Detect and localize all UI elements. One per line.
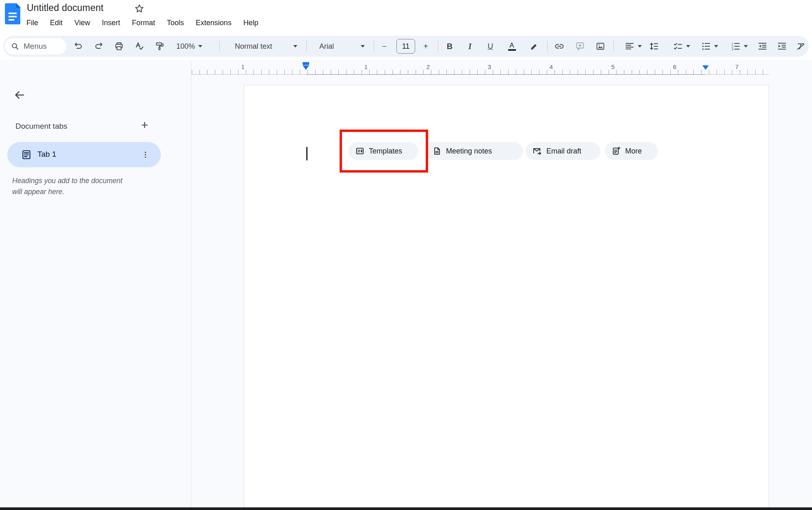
add-comment-button[interactable] xyxy=(572,38,588,54)
chevron-down-icon xyxy=(686,45,690,48)
ruler-number: 1 xyxy=(364,63,368,70)
chevron-down-icon xyxy=(198,45,202,48)
checklist-button[interactable] xyxy=(669,38,695,54)
google-docs-logo-icon[interactable] xyxy=(5,3,20,24)
print-button[interactable] xyxy=(111,38,127,54)
clear-formatting-button[interactable] xyxy=(793,38,809,54)
meeting-notes-chip[interactable]: Meeting notes xyxy=(426,142,523,160)
divider xyxy=(374,41,374,52)
email-draft-chip[interactable]: Email draft xyxy=(526,142,600,160)
zoom-value: 100% xyxy=(176,42,195,51)
highlight-color-button[interactable] xyxy=(526,38,542,54)
chevron-down-icon xyxy=(744,45,748,48)
increase-font-size-button[interactable]: + xyxy=(418,38,434,54)
highlighter-icon xyxy=(529,41,539,51)
menu-help[interactable]: Help xyxy=(243,18,259,28)
insert-link-button[interactable] xyxy=(551,38,567,54)
meeting-notes-icon xyxy=(433,147,442,156)
text-color-button[interactable]: A xyxy=(504,38,520,54)
line-spacing-icon xyxy=(649,41,659,51)
ruler-number: 6 xyxy=(673,63,676,70)
style-value: Normal text xyxy=(235,42,272,51)
more-templates-icon xyxy=(612,147,621,156)
menu-extensions[interactable]: Extensions xyxy=(195,18,232,28)
paint-format-icon xyxy=(155,41,165,51)
highlight-annotation-box xyxy=(340,130,428,173)
italic-button[interactable]: I xyxy=(462,38,478,54)
print-icon xyxy=(114,41,124,51)
clear-formatting-icon xyxy=(796,41,806,51)
increase-indent-button[interactable] xyxy=(774,38,790,54)
menu-file[interactable]: File xyxy=(26,18,39,28)
spellcheck-button[interactable] xyxy=(131,38,147,54)
svg-text:3: 3 xyxy=(732,48,733,51)
sidebar-item-tab1[interactable]: Tab 1 xyxy=(7,142,161,167)
add-tab-button[interactable]: + xyxy=(137,118,152,132)
ruler-number: 5 xyxy=(611,63,615,70)
left-indent-marker[interactable] xyxy=(303,65,309,70)
bold-button[interactable]: B xyxy=(442,38,458,54)
chevron-down-icon xyxy=(714,45,718,48)
toolbar: Menus 100% Normal text Arial xyxy=(3,36,809,57)
menus-search-button[interactable]: Menus xyxy=(5,38,67,54)
chevron-down-icon xyxy=(638,45,642,48)
bulleted-list-button[interactable] xyxy=(697,38,722,54)
zoom-select[interactable]: 100% xyxy=(172,38,218,54)
align-left-icon xyxy=(625,41,634,51)
text-color-icon: A xyxy=(509,42,514,49)
menu-view[interactable]: View xyxy=(74,18,91,28)
menu-tools[interactable]: Tools xyxy=(167,18,184,28)
star-icon[interactable] xyxy=(134,3,145,14)
divider xyxy=(438,41,438,52)
paint-format-button[interactable] xyxy=(152,38,168,54)
tab-document-icon xyxy=(21,149,32,160)
minus-icon: − xyxy=(382,42,387,51)
font-size-input[interactable]: 11 xyxy=(396,39,415,54)
spellcheck-icon xyxy=(134,41,144,51)
italic-icon: I xyxy=(468,42,472,51)
first-line-indent-marker[interactable] xyxy=(303,62,309,65)
add-comment-icon xyxy=(575,41,585,51)
document-title[interactable]: Untitled document xyxy=(27,2,104,13)
menu-insert[interactable]: Insert xyxy=(102,18,121,28)
underline-button[interactable]: U xyxy=(482,38,498,54)
decrease-font-size-button[interactable]: − xyxy=(376,38,392,54)
text-cursor xyxy=(306,147,307,160)
ruler[interactable] xyxy=(192,70,769,74)
undo-button[interactable] xyxy=(70,38,87,54)
insert-image-button[interactable] xyxy=(592,38,608,54)
tab-label: Tab 1 xyxy=(37,150,56,159)
checklist-icon xyxy=(673,41,683,51)
image-icon xyxy=(595,41,605,51)
chevron-down-icon xyxy=(361,45,365,48)
ruler-number: 1 xyxy=(241,63,245,70)
right-indent-marker[interactable] xyxy=(702,65,709,70)
increase-indent-icon xyxy=(777,41,787,51)
ruler-number: 7 xyxy=(735,63,738,70)
menu-bar: File Edit View Insert Format Tools Exten… xyxy=(26,18,259,28)
align-button[interactable] xyxy=(620,38,646,54)
line-spacing-button[interactable] xyxy=(646,38,662,54)
tab-options-button[interactable] xyxy=(139,148,152,161)
divider xyxy=(547,41,548,52)
bulleted-list-icon xyxy=(701,41,711,51)
menu-edit[interactable]: Edit xyxy=(50,18,63,28)
font-value: Arial xyxy=(319,42,334,51)
more-templates-chip[interactable]: More xyxy=(605,142,658,160)
kebab-menu-icon xyxy=(141,151,149,159)
menu-format[interactable]: Format xyxy=(132,18,156,28)
numbered-list-icon: 1 2 3 xyxy=(731,41,741,51)
numbered-list-button[interactable]: 1 2 3 xyxy=(727,38,752,54)
font-family-select[interactable]: Arial xyxy=(318,38,367,54)
plus-icon: + xyxy=(423,42,428,51)
divider xyxy=(613,41,614,52)
paragraph-style-select[interactable]: Normal text xyxy=(233,38,301,54)
chevron-down-icon xyxy=(293,45,297,48)
decrease-indent-button[interactable] xyxy=(754,38,771,54)
sidebar-divider xyxy=(191,60,191,507)
back-arrow-icon xyxy=(13,89,26,101)
search-icon xyxy=(11,42,19,51)
ruler-number: 2 xyxy=(427,63,430,70)
redo-button[interactable] xyxy=(91,38,107,54)
close-tabs-panel-button[interactable] xyxy=(12,88,27,102)
